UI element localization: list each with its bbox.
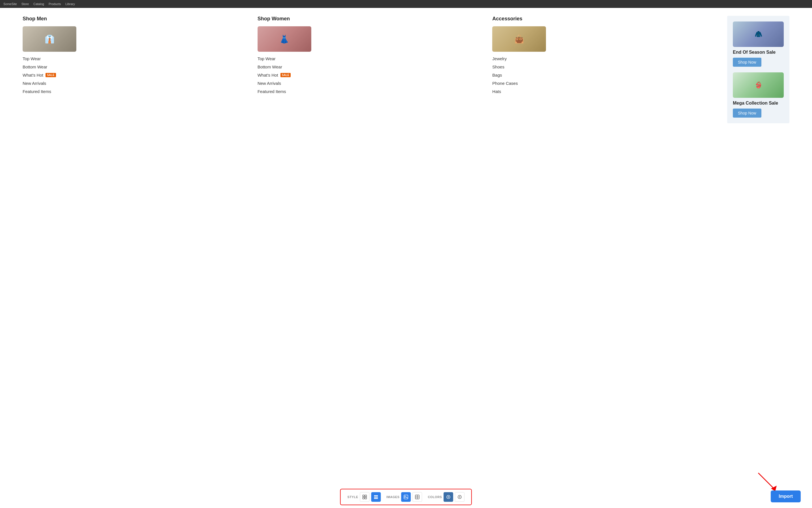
end-of-season-title: End Of Season Sale: [733, 50, 784, 55]
svg-rect-5: [365, 497, 367, 499]
end-of-season-shop-now-button[interactable]: Shop Now: [733, 58, 761, 67]
colors-button-1[interactable]: [443, 492, 453, 502]
images-label: IMAGES: [386, 495, 399, 499]
man-fashion-icon: 👔: [23, 26, 76, 52]
accessories-column: Accessories 👜 Jewelry Shoes Bags Phone C…: [492, 16, 727, 94]
shop-men-title: Shop Men: [23, 16, 252, 22]
men-top-wear-link[interactable]: Top Wear: [23, 56, 252, 61]
women-new-arrivals-link[interactable]: New Arrivals: [258, 81, 487, 86]
shoes-link[interactable]: Shoes: [492, 65, 722, 69]
women-featured-items-link[interactable]: Featured Items: [258, 89, 487, 94]
men-bottom-wear-link[interactable]: Bottom Wear: [23, 65, 252, 69]
shop-women-image: 👗: [258, 26, 311, 52]
woman-fashion-icon: 👗: [258, 26, 311, 52]
accessories-icon: 👜: [492, 26, 546, 52]
svg-rect-3: [365, 495, 367, 497]
women-bottom-wear-link[interactable]: Bottom Wear: [258, 65, 487, 69]
mega-collection-title: Mega Collection Sale: [733, 101, 784, 106]
mega-collection-card: 👙 Mega Collection Sale Shop Now: [733, 72, 784, 118]
mega-collection-image: 👙: [733, 72, 784, 98]
shop-men-column: Shop Men 👔 Top Wear Bottom Wear What's H…: [23, 16, 258, 94]
men-featured-items-link[interactable]: Featured Items: [23, 89, 252, 94]
browser-tab-2[interactable]: Store: [22, 2, 29, 6]
shop-women-links: Top Wear Bottom Wear What's Hot SALE New…: [258, 56, 487, 94]
mega-sale-icon: 👙: [733, 72, 784, 98]
men-whats-hot-link[interactable]: What's Hot SALE: [23, 73, 252, 78]
bags-link[interactable]: Bags: [492, 73, 722, 78]
colors-group: COLORS: [428, 492, 465, 502]
style-button-2[interactable]: [371, 492, 381, 502]
svg-rect-6: [374, 495, 378, 496]
style-label: STYLE: [347, 495, 358, 499]
end-of-season-image: 🧥: [733, 22, 784, 47]
shop-men-links: Top Wear Bottom Wear What's Hot SALE New…: [23, 56, 252, 94]
browser-tab-3[interactable]: Catalog: [33, 2, 44, 6]
women-sale-badge: SALE: [281, 73, 291, 77]
svg-line-0: [758, 473, 774, 489]
mega-collection-shop-now-button[interactable]: Shop Now: [733, 109, 761, 118]
shop-women-column: Shop Women 👗 Top Wear Bottom Wear What's…: [258, 16, 493, 94]
shop-women-title: Shop Women: [258, 16, 487, 22]
accessories-links: Jewelry Shoes Bags Phone Cases Hats: [492, 56, 722, 94]
men-sale-badge: SALE: [45, 73, 56, 77]
svg-rect-8: [374, 498, 378, 499]
images-button-1[interactable]: [401, 492, 411, 502]
accessories-title: Accessories: [492, 16, 722, 22]
end-of-season-card: 🧥 End Of Season Sale Shop Now: [733, 22, 784, 67]
men-new-arrivals-link[interactable]: New Arrivals: [23, 81, 252, 86]
season-sale-icon: 🧥: [733, 22, 784, 47]
jewelry-link[interactable]: Jewelry: [492, 56, 722, 61]
mega-menu-container: Shop Men 👔 Top Wear Bottom Wear What's H…: [0, 8, 812, 135]
colors-button-2[interactable]: [455, 492, 465, 502]
colors-label: COLORS: [428, 495, 442, 499]
bottom-toolbar: STYLE IMAGES: [340, 489, 472, 505]
browser-tab-5[interactable]: Library: [65, 2, 75, 6]
women-top-wear-link[interactable]: Top Wear: [258, 56, 487, 61]
svg-rect-7: [374, 497, 378, 498]
phone-cases-link[interactable]: Phone Cases: [492, 81, 722, 86]
style-button-1[interactable]: [360, 492, 370, 502]
main-content: Shop Men 👔 Top Wear Bottom Wear What's H…: [0, 8, 812, 508]
svg-rect-4: [363, 497, 365, 499]
accessories-image: 👜: [492, 26, 546, 52]
shop-men-image: 👔: [23, 26, 76, 52]
hats-link[interactable]: Hats: [492, 89, 722, 94]
images-button-2[interactable]: [413, 492, 422, 502]
promo-panel: 🧥 End Of Season Sale Shop Now 👙 Mega Col…: [727, 16, 789, 123]
browser-tab-1[interactable]: SomeSite: [3, 2, 17, 6]
style-group: STYLE: [347, 492, 381, 502]
svg-rect-2: [363, 495, 365, 497]
svg-point-16: [459, 497, 460, 498]
women-whats-hot-link[interactable]: What's Hot SALE: [258, 73, 487, 78]
browser-bar: SomeSite Store Catalog Products Library: [0, 0, 812, 8]
images-group: IMAGES: [386, 492, 422, 502]
browser-tab-4[interactable]: Products: [49, 2, 61, 6]
import-button[interactable]: Import: [771, 491, 801, 502]
